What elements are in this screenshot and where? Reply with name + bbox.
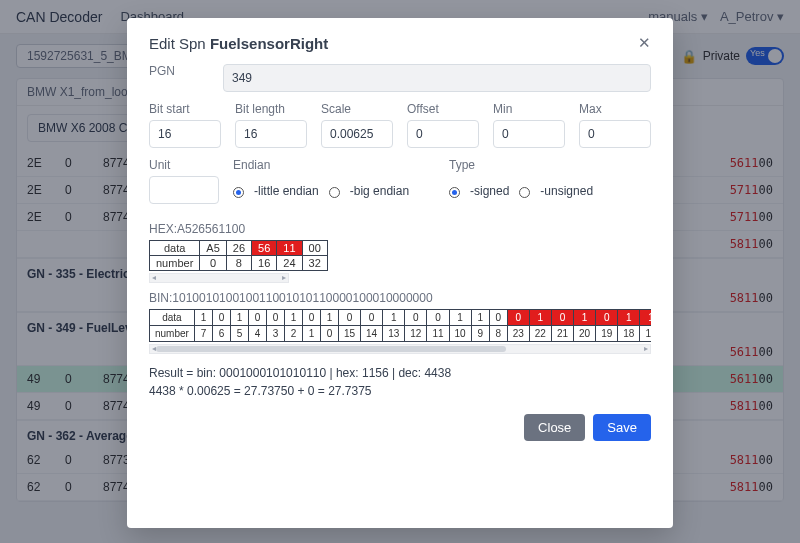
chevron-right-icon[interactable]: ▸ [282, 273, 286, 282]
unsigned-label: -unsigned [540, 184, 593, 198]
signed-label: -signed [470, 184, 509, 198]
close-button[interactable]: Close [524, 414, 585, 441]
chevron-left-icon[interactable]: ◂ [152, 273, 156, 282]
pgn-input [223, 64, 651, 92]
hex-scrollbar[interactable]: ◂ ▸ [149, 273, 289, 283]
radio-signed[interactable] [449, 187, 460, 198]
bitstart-input[interactable] [149, 120, 221, 148]
type-label: Type [449, 158, 651, 172]
min-input[interactable] [493, 120, 565, 148]
chevron-right-icon[interactable]: ▸ [644, 344, 648, 353]
scale-input[interactable] [321, 120, 393, 148]
hex-table: dataA526561100number08162432 [149, 240, 328, 271]
scale-label: Scale [321, 102, 393, 116]
bitstart-label: Bit start [149, 102, 221, 116]
endian-label: Endian [233, 158, 435, 172]
close-icon[interactable]: ✕ [638, 34, 651, 52]
max-label: Max [579, 102, 651, 116]
max-input[interactable] [579, 120, 651, 148]
save-button[interactable]: Save [593, 414, 651, 441]
radio-little-endian[interactable] [233, 187, 244, 198]
radio-unsigned[interactable] [519, 187, 530, 198]
bitlength-input[interactable] [235, 120, 307, 148]
hex-label: HEX:A526561100 [149, 222, 651, 236]
big-endian-label: -big endian [350, 184, 409, 198]
unit-label: Unit [149, 158, 219, 172]
bin-label: BIN:101001010010011001010110000100010000… [149, 291, 651, 305]
bin-table: data101001010010011001010110number765432… [149, 309, 651, 342]
unit-input[interactable] [149, 176, 219, 204]
result-text: Result = bin: 0001000101010110 | hex: 11… [149, 364, 651, 400]
min-label: Min [493, 102, 565, 116]
modal-overlay: Edit Spn FuelsensorRight ✕ PGN Bit start… [0, 0, 800, 543]
modal-title: Edit Spn FuelsensorRight [149, 35, 328, 52]
bitlength-label: Bit length [235, 102, 307, 116]
pgn-label: PGN [149, 64, 209, 78]
radio-big-endian[interactable] [329, 187, 340, 198]
edit-spn-modal: Edit Spn FuelsensorRight ✕ PGN Bit start… [127, 18, 673, 528]
bin-scrollbar[interactable]: ◂ ▸ [149, 344, 651, 354]
offset-label: Offset [407, 102, 479, 116]
little-endian-label: -little endian [254, 184, 319, 198]
offset-input[interactable] [407, 120, 479, 148]
